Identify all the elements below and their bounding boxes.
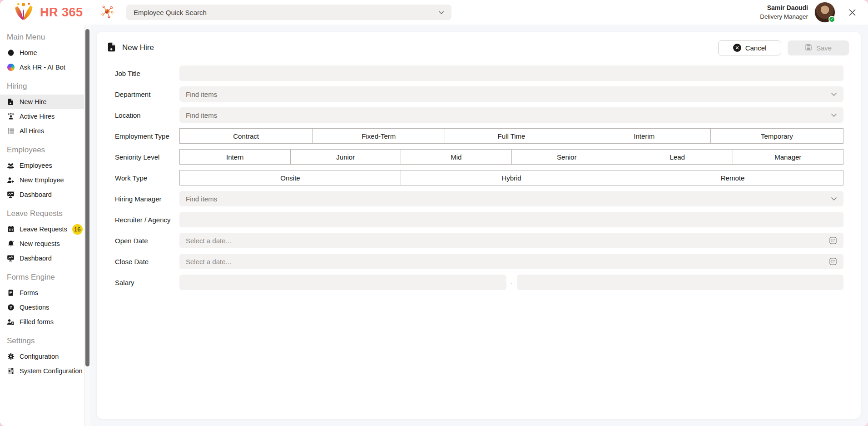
option-interim[interactable]: Interim — [578, 128, 711, 144]
sidebar-item-new-employee[interactable]: New Employee — [0, 173, 84, 187]
sidebar-item-all-hires[interactable]: All Hires — [0, 124, 84, 138]
person-add-icon — [7, 176, 15, 184]
option-lead[interactable]: Lead — [622, 149, 733, 165]
option-fixed-term[interactable]: Fixed-Term — [312, 128, 445, 144]
field-label: Work Type — [115, 174, 179, 182]
option-senior[interactable]: Senior — [511, 149, 623, 165]
sidebar-item-home[interactable]: Home — [0, 45, 84, 60]
card-header: New Hire Cancel — [97, 32, 861, 55]
sidebar-item-label: System Configuration — [20, 367, 83, 375]
location-dropdown[interactable]: Find items — [179, 107, 843, 123]
section-title-settings: Settings — [0, 329, 84, 349]
recruiter-agency-input[interactable] — [179, 212, 843, 227]
avatar[interactable]: ✓ — [814, 2, 835, 23]
sidebar-scrollbar[interactable] — [84, 25, 90, 426]
open-date-placeholder: Select a date... — [186, 237, 231, 245]
hiring-manager-placeholder: Find items — [186, 195, 217, 203]
hr365-flame-icon — [14, 2, 35, 23]
form-row-seniority-level: Seniority Level Intern Junior Mid Senior… — [115, 149, 843, 165]
sidebar-item-new-hire[interactable]: New Hire — [0, 95, 84, 109]
work-type-options: Onsite Hybrid Remote — [179, 170, 843, 185]
question-icon: ? — [7, 304, 15, 311]
sidebar-item-forms[interactable]: Forms — [0, 286, 84, 300]
form-row-job-title: Job Title — [115, 65, 843, 81]
sidebar-item-dashbaord[interactable]: Dashbaord — [0, 251, 84, 266]
sidebar-item-label: Active Hires — [20, 113, 55, 120]
option-temporary[interactable]: Temporary — [710, 128, 843, 144]
option-mid[interactable]: Mid — [401, 149, 512, 165]
sidebar-item-employees[interactable]: Employees — [0, 158, 84, 173]
option-onsite[interactable]: Onsite — [179, 170, 401, 185]
new-hire-card: New Hire Cancel — [97, 32, 861, 419]
form-row-work-type: Work Type Onsite Hybrid Remote — [115, 170, 843, 185]
option-remote[interactable]: Remote — [622, 170, 843, 185]
sidebar-item-label: Forms — [20, 289, 38, 296]
user-info: Samir Daoudi Delivery Manager — [760, 4, 808, 21]
app-logo[interactable]: HR 365 — [0, 2, 84, 23]
option-full-time[interactable]: Full Time — [445, 128, 578, 144]
section-title-hiring: Hiring — [0, 75, 84, 95]
search-placeholder: Employee Quick Search — [134, 9, 438, 16]
employee-quick-search[interactable]: Employee Quick Search — [126, 5, 451, 20]
sidebar-item-label: New Employee — [20, 176, 64, 184]
sidebar-item-configuration[interactable]: Configuration — [0, 349, 84, 364]
job-title-input[interactable] — [179, 65, 843, 81]
option-hybrid[interactable]: Hybrid — [401, 170, 622, 185]
form-doc-icon — [7, 289, 15, 297]
scrollbar-thumb[interactable] — [85, 29, 89, 366]
option-intern[interactable]: Intern — [179, 149, 291, 165]
department-dropdown[interactable]: Find items — [179, 86, 843, 102]
sidebar-item-label: Dashboard — [20, 191, 52, 198]
sidebar-item-active-hires[interactable]: Active Hires — [0, 109, 84, 124]
person-doc-icon — [7, 318, 15, 326]
sidebar-item-leave-requests[interactable]: Leave Requests 16 — [0, 222, 84, 236]
option-contract[interactable]: Contract — [179, 128, 312, 144]
option-manager[interactable]: Manager — [733, 149, 844, 165]
field-label: Seniority Level — [115, 153, 179, 161]
close-icon[interactable] — [845, 5, 859, 19]
cancel-label: Cancel — [745, 44, 767, 52]
sidebar-item-label: Ask HR - AI Bot — [20, 64, 65, 71]
user-name: Samir Daoudi — [760, 4, 808, 12]
dashboard-icon — [7, 191, 15, 199]
sidebar-item-label: New requests — [20, 240, 60, 247]
sidebar-item-ask-hr-ai-bot[interactable]: Ask HR - AI Bot — [0, 60, 84, 75]
sidebar-item-new-requests[interactable]: New requests — [0, 236, 84, 251]
close-date-placeholder: Select a date... — [186, 258, 231, 266]
form-row-close-date: Close Date Select a date... — [115, 254, 843, 269]
app-window: HR 365 Employee Q — [0, 0, 868, 426]
form-row-hiring-manager: Hiring Manager Find items — [115, 191, 843, 206]
cancel-button[interactable]: Cancel — [718, 40, 781, 55]
save-label: Save — [816, 44, 832, 52]
save-icon — [805, 44, 812, 52]
open-date-picker[interactable]: Select a date... — [179, 233, 843, 248]
sidebar-item-filled-forms[interactable]: Filled forms — [0, 315, 84, 329]
save-button[interactable]: Save — [788, 40, 849, 55]
salary-range-separator: - — [511, 279, 513, 286]
hiring-manager-dropdown[interactable]: Find items — [179, 191, 843, 206]
cancel-x-icon — [733, 44, 741, 52]
new-hire-form: Job Title Department Find items — [97, 55, 861, 290]
app-shell: Main Menu Home Ask HR - AI Bot Hiring — [0, 25, 868, 426]
calendar-icon — [7, 226, 15, 233]
field-label: Hiring Manager — [115, 195, 179, 203]
sidebar-item-questions[interactable]: ? Questions — [0, 300, 84, 315]
form-row-location: Location Find items — [115, 107, 843, 123]
molecule-bot-icon[interactable] — [101, 5, 114, 20]
salary-max-input[interactable] — [517, 275, 844, 290]
sidebar-item-dashboard[interactable]: Dashboard — [0, 187, 84, 202]
page-title: New Hire — [122, 43, 154, 52]
top-bar: HR 365 Employee Q — [0, 0, 868, 25]
logo-text: HR 365 — [40, 5, 83, 20]
field-label: Department — [115, 90, 179, 98]
sidebar-item-system-configuration[interactable]: System Configuration — [0, 364, 84, 378]
close-date-picker[interactable]: Select a date... — [179, 254, 843, 269]
field-label: Location — [115, 111, 179, 119]
leave-requests-count-badge: 16 — [72, 224, 83, 235]
option-junior[interactable]: Junior — [290, 149, 402, 165]
sidebar-item-label: Home — [20, 49, 37, 56]
top-right-cluster: Samir Daoudi Delivery Manager ✓ — [760, 2, 868, 23]
form-row-salary: Salary - — [115, 275, 843, 290]
salary-min-input[interactable] — [179, 275, 506, 290]
chevron-down-icon — [438, 8, 444, 16]
